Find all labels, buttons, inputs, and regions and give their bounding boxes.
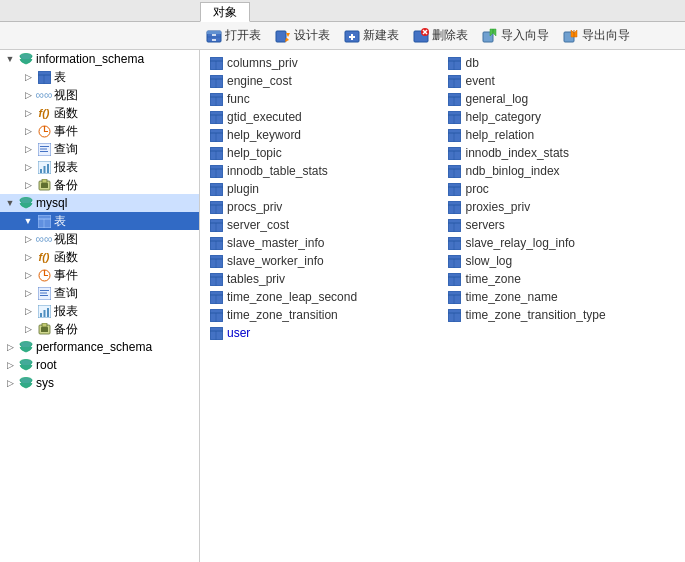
- table-icon: [447, 109, 463, 125]
- svg-rect-59: [448, 75, 461, 88]
- export-button[interactable]: 导出向导: [557, 25, 636, 46]
- table-list-item[interactable]: tables_priv: [204, 270, 443, 288]
- svg-rect-1: [207, 31, 221, 34]
- view-icon: ∞∞: [36, 87, 52, 103]
- table-list-item[interactable]: slave_master_info: [204, 234, 443, 252]
- open-table-button[interactable]: 打开表: [200, 25, 267, 46]
- sidebar-item-sys[interactable]: ▷ sys: [0, 374, 199, 392]
- table-name: innodb_index_stats: [466, 146, 569, 160]
- backup-icon: [36, 177, 52, 193]
- table-list-item[interactable]: slave_relay_log_info: [443, 234, 682, 252]
- table-list-item[interactable]: time_zone: [443, 270, 682, 288]
- query-icon: [36, 141, 52, 157]
- table-icon: [208, 325, 224, 341]
- sidebar-item-is-backup[interactable]: ▷ 备份: [0, 176, 199, 194]
- expand-icon: ▼: [2, 195, 18, 211]
- sidebar-item-root[interactable]: ▷ root: [0, 356, 199, 374]
- new-table-button[interactable]: 新建表: [338, 25, 405, 46]
- svg-rect-65: [448, 93, 461, 106]
- table-icon: [208, 235, 224, 251]
- sidebar-label: 事件: [54, 123, 78, 140]
- table-list-item[interactable]: servers: [443, 216, 682, 234]
- svg-rect-56: [210, 75, 223, 88]
- delete-table-button[interactable]: 删除表: [407, 25, 474, 46]
- table-list-item[interactable]: time_zone_name: [443, 288, 682, 306]
- tab-objects[interactable]: 对象: [200, 2, 250, 22]
- sidebar-item-mysql[interactable]: ▼ mysql: [0, 194, 199, 212]
- design-table-icon: [275, 28, 291, 44]
- table-list-item[interactable]: help_category: [443, 108, 682, 126]
- table-list-item[interactable]: plugin: [204, 180, 443, 198]
- svg-rect-107: [448, 219, 461, 232]
- table-list-item[interactable]: time_zone_transition: [204, 306, 443, 324]
- sidebar-label: 报表: [54, 159, 78, 176]
- sidebar-item-mysql-query[interactable]: ▷ 查询: [0, 284, 199, 302]
- table-list-item[interactable]: time_zone_leap_second: [204, 288, 443, 306]
- table-list-item[interactable]: db: [443, 54, 682, 72]
- sidebar-item-mysql-backup[interactable]: ▷ 备份: [0, 320, 199, 338]
- collapse-icon: ▷: [20, 141, 36, 157]
- collapse-icon: ▷: [20, 267, 36, 283]
- sidebar-item-mysql-func[interactable]: ▷ f() 函数: [0, 248, 199, 266]
- table-icon: [447, 181, 463, 197]
- sidebar-label: 备份: [54, 321, 78, 338]
- svg-rect-125: [448, 273, 461, 286]
- table-list-item[interactable]: time_zone_transition_type: [443, 306, 682, 324]
- sidebar-item-mysql-event[interactable]: ▷ 事件: [0, 266, 199, 284]
- sidebar-item-is-event[interactable]: ▷ 事件: [0, 122, 199, 140]
- table-list-item[interactable]: engine_cost: [204, 72, 443, 90]
- table-icon: [447, 217, 463, 233]
- table-icon: [447, 73, 463, 89]
- table-list-item[interactable]: ndb_binlog_index: [443, 162, 682, 180]
- svg-rect-86: [210, 165, 223, 178]
- svg-rect-113: [448, 237, 461, 250]
- table-list-item[interactable]: server_cost: [204, 216, 443, 234]
- collapse-icon: ▷: [20, 123, 36, 139]
- table-list-item[interactable]: slave_worker_info: [204, 252, 443, 270]
- sidebar-item-is-query[interactable]: ▷ 查询: [0, 140, 199, 158]
- import-button[interactable]: 导入向导: [476, 25, 555, 46]
- svg-rect-140: [210, 327, 223, 340]
- table-name: slave_worker_info: [227, 254, 324, 268]
- table-list-item[interactable]: general_log: [443, 90, 682, 108]
- sidebar-label: 函数: [54, 105, 78, 122]
- table-name: help_category: [466, 110, 541, 124]
- design-table-button[interactable]: 设计表: [269, 25, 336, 46]
- sidebar-item-mysql-table[interactable]: ▼ 表: [0, 212, 199, 230]
- table-list-item[interactable]: help_relation: [443, 126, 682, 144]
- table-icon: [208, 307, 224, 323]
- view-icon: ∞∞: [36, 231, 52, 247]
- sidebar-item-is-table[interactable]: ▷ 表: [0, 68, 199, 86]
- table-name: proc: [466, 182, 489, 196]
- table-icon: [447, 163, 463, 179]
- table-list-item[interactable]: gtid_executed: [204, 108, 443, 126]
- sidebar-item-is-func[interactable]: ▷ f() 函数: [0, 104, 199, 122]
- table-icon: [447, 145, 463, 161]
- svg-rect-3: [276, 31, 286, 42]
- table-name: time_zone_name: [466, 290, 558, 304]
- sidebar-item-performance-schema[interactable]: ▷ performance_schema: [0, 338, 199, 356]
- table-list-item[interactable]: help_keyword: [204, 126, 443, 144]
- table-list-item[interactable]: event: [443, 72, 682, 90]
- table-icon: [208, 271, 224, 287]
- sidebar-item-information-schema[interactable]: ▼ information_schema: [0, 50, 199, 68]
- table-list-item[interactable]: innodb_table_stats: [204, 162, 443, 180]
- table-list-item[interactable]: columns_priv: [204, 54, 443, 72]
- table-name: tables_priv: [227, 272, 285, 286]
- sidebar-item-is-view[interactable]: ▷ ∞∞ 视图: [0, 86, 199, 104]
- sidebar-item-mysql-view[interactable]: ▷ ∞∞ 视图: [0, 230, 199, 248]
- sidebar-label: 报表: [54, 303, 78, 320]
- table-list-item[interactable]: slow_log: [443, 252, 682, 270]
- sidebar-item-is-report[interactable]: ▷ 报表: [0, 158, 199, 176]
- sidebar-item-mysql-report[interactable]: ▷ 报表: [0, 302, 199, 320]
- table-list-item[interactable]: procs_priv: [204, 198, 443, 216]
- table-list-item[interactable]: innodb_index_stats: [443, 144, 682, 162]
- table-list-item[interactable]: proc: [443, 180, 682, 198]
- table-list-item[interactable]: proxies_priv: [443, 198, 682, 216]
- content-area: columns_priv db engine_cost event func g…: [200, 50, 685, 562]
- table-list-item[interactable]: help_topic: [204, 144, 443, 162]
- table-list-item[interactable]: func: [204, 90, 443, 108]
- svg-rect-25: [40, 169, 42, 173]
- svg-rect-30: [42, 179, 47, 183]
- table-list-item[interactable]: user: [204, 324, 443, 342]
